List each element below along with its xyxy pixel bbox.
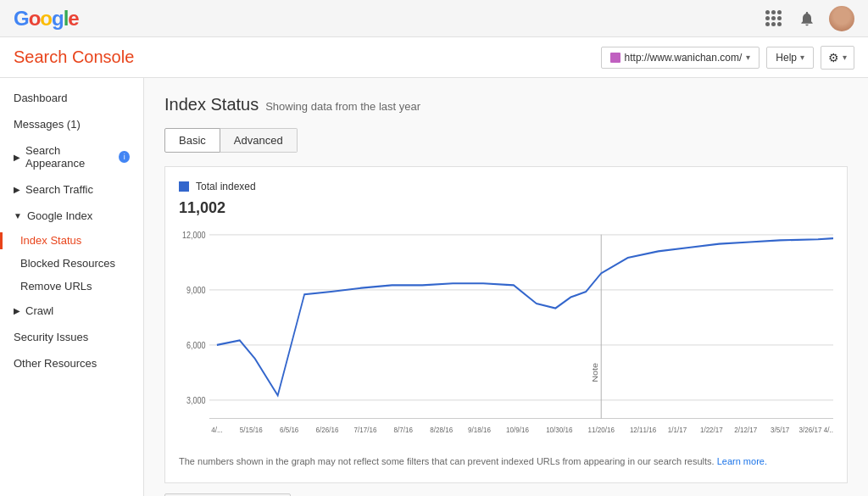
svg-text:1/1/17: 1/1/17 xyxy=(668,425,687,434)
sidebar: Dashboard Messages (1) ▶ Search Appearan… xyxy=(0,78,144,496)
svg-text:12/11/16: 12/11/16 xyxy=(630,425,656,434)
chart-card: Total indexed 11,002 12,000 9,000 6,000 … xyxy=(164,166,848,483)
gear-dropdown-arrow: ▾ xyxy=(843,53,847,62)
sidebar-item-security-issues[interactable]: Security Issues xyxy=(0,324,143,350)
sidebar-item-dashboard[interactable]: Dashboard xyxy=(0,85,143,111)
sidebar-dashboard-label: Dashboard xyxy=(14,92,68,104)
sc-header-right: http://www.wanichan.com/ ▾ Help ▾ ⚙ ▾ xyxy=(601,46,854,70)
legend-color-box xyxy=(179,181,189,192)
tab-group: Basic Advanced xyxy=(164,128,848,153)
sidebar-index-status-label: Index Status xyxy=(20,234,81,247)
svg-text:3/26/17: 3/26/17 xyxy=(799,425,822,434)
sc-header: Search Console http://www.wanichan.com/ … xyxy=(0,37,868,78)
sidebar-item-google-index[interactable]: ▼ Google Index xyxy=(0,203,143,229)
svg-text:8/28/16: 8/28/16 xyxy=(430,425,453,434)
sidebar-item-index-status[interactable]: Index Status xyxy=(0,229,143,252)
google-logo[interactable]: Google xyxy=(14,7,79,31)
sidebar-item-other-resources[interactable]: Other Resources xyxy=(0,350,143,376)
logo-o1: o xyxy=(29,7,41,30)
help-button[interactable]: Help ▾ xyxy=(766,47,814,69)
svg-text:1/22/17: 1/22/17 xyxy=(700,425,723,434)
avatar[interactable] xyxy=(829,6,854,31)
gear-icon: ⚙ xyxy=(828,51,839,64)
page-title: Index Status xyxy=(164,95,259,114)
main-layout: Dashboard Messages (1) ▶ Search Appearan… xyxy=(0,78,868,496)
sidebar-google-index-label: Google Index xyxy=(27,209,92,222)
search-appearance-badge: i xyxy=(119,151,130,163)
legend-label: Total indexed xyxy=(196,181,256,192)
svg-text:4/...: 4/... xyxy=(824,425,833,434)
svg-text:2/12/17: 2/12/17 xyxy=(734,425,757,434)
download-chart-button[interactable]: Download chart data xyxy=(164,493,291,497)
help-dropdown-arrow: ▾ xyxy=(800,53,804,62)
sidebar-messages-label: Messages (1) xyxy=(14,118,81,131)
svg-text:10/9/16: 10/9/16 xyxy=(506,425,529,434)
site-url: http://www.wanichan.com/ xyxy=(625,52,743,64)
sidebar-search-appearance-label: Search Appearance xyxy=(25,144,112,170)
svg-text:10/30/16: 10/30/16 xyxy=(546,425,572,434)
svg-text:7/17/16: 7/17/16 xyxy=(353,425,376,434)
site-selector[interactable]: http://www.wanichan.com/ ▾ xyxy=(601,47,760,69)
sidebar-item-messages[interactable]: Messages (1) xyxy=(0,111,143,137)
logo-g: G xyxy=(14,7,29,30)
top-right-icons xyxy=(761,6,854,31)
svg-text:6/5/16: 6/5/16 xyxy=(280,425,298,434)
crawl-arrow: ▶ xyxy=(14,306,20,315)
svg-text:3/5/17: 3/5/17 xyxy=(771,425,789,434)
svg-text:5/15/16: 5/15/16 xyxy=(240,425,263,434)
content-area: Index Status Showing data from the last … xyxy=(144,78,868,496)
chart-svg: 12,000 9,000 6,000 3,000 Note 4/... 5/15… xyxy=(179,226,833,446)
svg-text:8/7/16: 8/7/16 xyxy=(394,425,413,434)
sidebar-blocked-resources-label: Blocked Resources xyxy=(20,257,115,270)
gear-button[interactable]: ⚙ ▾ xyxy=(821,46,854,70)
logo-g2: g xyxy=(52,7,64,30)
chart-legend: Total indexed xyxy=(179,181,833,192)
sidebar-search-traffic-label: Search Traffic xyxy=(25,183,93,196)
notifications-icon[interactable] xyxy=(795,7,819,31)
sidebar-item-blocked-resources[interactable]: Blocked Resources xyxy=(0,252,143,275)
chart-container: 12,000 9,000 6,000 3,000 Note 4/... 5/15… xyxy=(179,226,833,446)
sc-title: Search Console xyxy=(14,47,134,67)
page-subtitle: Showing data from the last year xyxy=(265,100,420,113)
sidebar-item-remove-urls[interactable]: Remove URLs xyxy=(0,275,143,298)
site-icon xyxy=(610,53,620,63)
sidebar-crawl-label: Crawl xyxy=(25,304,53,317)
svg-text:11/20/16: 11/20/16 xyxy=(588,425,615,434)
grid-dots xyxy=(765,10,782,26)
sidebar-item-crawl[interactable]: ▶ Crawl xyxy=(0,298,143,324)
chart-note-text: The numbers shown in the graph may not r… xyxy=(179,456,715,466)
svg-text:3,000: 3,000 xyxy=(186,395,206,405)
learn-more-link[interactable]: Learn more. xyxy=(717,456,767,466)
sidebar-security-issues-label: Security Issues xyxy=(14,331,88,343)
logo-o2: o xyxy=(40,7,52,30)
svg-text:9/18/16: 9/18/16 xyxy=(468,425,491,434)
page-header: Index Status Showing data from the last … xyxy=(164,95,848,114)
svg-text:12,000: 12,000 xyxy=(182,230,206,240)
chart-note: The numbers shown in the graph may not r… xyxy=(179,454,833,469)
svg-text:Note: Note xyxy=(591,362,599,382)
google-index-arrow: ▼ xyxy=(14,211,22,220)
sidebar-other-resources-label: Other Resources xyxy=(14,357,97,370)
sidebar-remove-urls-label: Remove URLs xyxy=(20,280,92,293)
search-traffic-arrow: ▶ xyxy=(14,185,20,194)
svg-text:4/...: 4/... xyxy=(211,425,222,434)
legend-value: 11,002 xyxy=(179,199,833,217)
tab-basic[interactable]: Basic xyxy=(164,128,220,153)
help-label: Help xyxy=(776,52,797,64)
svg-text:6,000: 6,000 xyxy=(186,340,206,350)
sidebar-item-search-appearance[interactable]: ▶ Search Appearance i xyxy=(0,137,143,176)
logo-e: e xyxy=(68,7,78,30)
svg-text:9,000: 9,000 xyxy=(186,285,206,295)
sidebar-item-search-traffic[interactable]: ▶ Search Traffic xyxy=(0,176,143,203)
chart-line xyxy=(217,238,833,395)
grid-icon[interactable] xyxy=(761,7,785,31)
tab-advanced[interactable]: Advanced xyxy=(220,128,298,153)
top-bar: Google xyxy=(0,0,868,37)
search-appearance-arrow: ▶ xyxy=(14,153,20,162)
avatar-image xyxy=(829,6,854,31)
svg-text:6/26/16: 6/26/16 xyxy=(316,425,339,434)
site-dropdown-arrow: ▾ xyxy=(746,53,750,62)
